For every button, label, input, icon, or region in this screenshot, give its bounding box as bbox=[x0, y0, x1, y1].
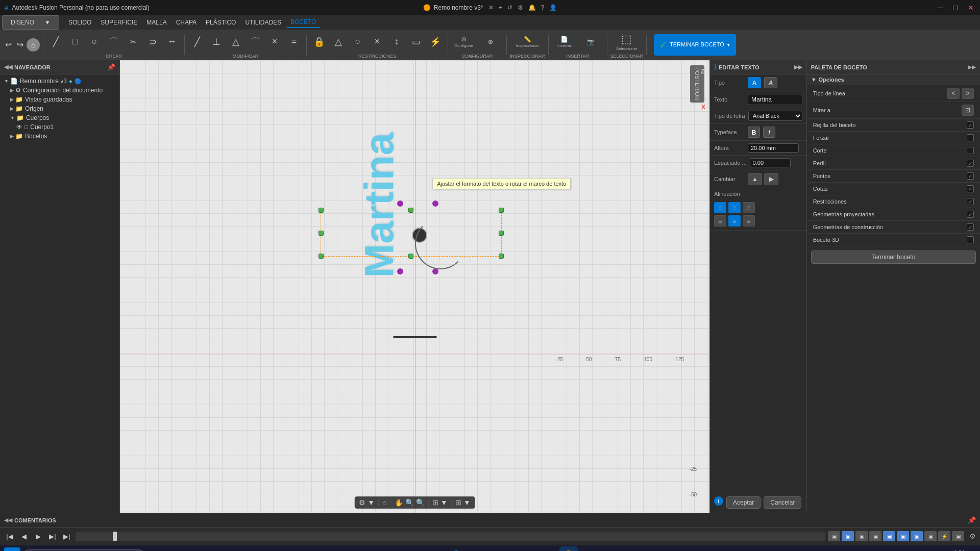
grid-settings-tool[interactable]: ⊙Configurar bbox=[451, 32, 477, 52]
palette-collapse-icon[interactable]: ▶▶ bbox=[968, 64, 976, 70]
taskbar-app-edge[interactable]: 🌐 bbox=[447, 546, 465, 552]
insert-dxf-tool[interactable]: 📄Insertar bbox=[552, 32, 577, 52]
menu-solid[interactable]: SOLIDO bbox=[64, 17, 95, 28]
nav-item-remo[interactable]: ▼ 📄 Remo nombre v3 ● 🔵 bbox=[0, 77, 119, 86]
cancel-button[interactable]: Cancelar bbox=[764, 496, 801, 509]
extend-tool[interactable]: △ bbox=[227, 32, 245, 52]
perfil-checkbox[interactable] bbox=[967, 160, 974, 167]
help-btn[interactable]: ? bbox=[541, 4, 545, 11]
tl-prev-btn[interactable]: ◀ bbox=[18, 531, 30, 542]
line-tool[interactable]: ╱ bbox=[46, 32, 65, 52]
refresh-btn[interactable]: ↺ bbox=[507, 4, 512, 11]
taskbar-app-store[interactable]: 🛍 bbox=[492, 546, 510, 552]
menu-chapa[interactable]: CHAPA bbox=[172, 17, 201, 28]
terminar-boceto-toolbar-btn[interactable]: ✓ TERMINAR BOCETO ▼ bbox=[654, 34, 736, 56]
canvas-hand-btn[interactable]: ✋ bbox=[395, 498, 403, 507]
tl-step-1[interactable]: ▣ bbox=[828, 531, 840, 541]
canvas-grid-btn[interactable]: ▼ bbox=[368, 498, 375, 507]
type-btn-2[interactable]: A bbox=[764, 77, 777, 88]
opciones-section[interactable]: ▼ Opciones bbox=[807, 74, 980, 85]
bold-button[interactable]: B bbox=[748, 127, 760, 138]
height-input[interactable] bbox=[748, 143, 799, 153]
align-mid-left[interactable]: ≡ bbox=[714, 215, 726, 227]
tl-step-4[interactable]: ▣ bbox=[869, 531, 881, 541]
text-display[interactable]: Martina bbox=[356, 133, 403, 278]
geom-proyectadas-checkbox[interactable] bbox=[967, 211, 974, 218]
settings-btn[interactable]: ⚙ bbox=[518, 4, 523, 11]
comments-collapse-icon[interactable]: ◀◀ bbox=[4, 517, 12, 523]
minimize-button[interactable]: ─ bbox=[936, 4, 945, 12]
canvas-area[interactable]: -25 -50 -75 -100 -125 -25 -50 POSTERIOR … bbox=[120, 60, 709, 513]
tl-step-2[interactable]: ▣ bbox=[842, 531, 854, 541]
maximize-button[interactable]: □ bbox=[951, 4, 960, 12]
canvas-home-btn[interactable]: ⌂ bbox=[382, 498, 386, 507]
timeline-marker[interactable] bbox=[113, 532, 117, 541]
tl-start-btn[interactable]: |◀ bbox=[4, 531, 15, 542]
linetype-btn1[interactable]: < bbox=[947, 88, 960, 99]
triangle-tool[interactable]: △ bbox=[329, 32, 348, 52]
cross-tool[interactable]: × bbox=[368, 32, 386, 52]
tl-step-6[interactable]: ▣ bbox=[897, 531, 909, 541]
menu-superficie[interactable]: SUPERFICIE bbox=[96, 17, 141, 28]
nav-item-config[interactable]: ▶ ⚙ Configuración del documento bbox=[6, 86, 119, 95]
accept-button[interactable]: Aceptar bbox=[726, 496, 761, 509]
circle-tool[interactable]: ○ bbox=[85, 32, 104, 52]
nav-item-vistas[interactable]: ▶ 📁 Vistas guardadas bbox=[6, 95, 119, 104]
align-top-right[interactable]: ≡ bbox=[743, 202, 755, 213]
sketch-settings-tool[interactable]: ⊕ bbox=[478, 32, 503, 52]
nav-item-bocetos[interactable]: ▶ 📁 Bocetos bbox=[6, 132, 119, 141]
tl-step-10[interactable]: ▣ bbox=[952, 531, 964, 541]
canvas-zoom-in-btn[interactable]: 🔍 bbox=[405, 498, 414, 507]
font-select[interactable]: Arial Black bbox=[748, 111, 802, 121]
bell-btn[interactable]: 🔔 bbox=[528, 4, 536, 11]
tl-play-btn[interactable]: ▶ bbox=[33, 531, 44, 542]
timeline-track[interactable] bbox=[76, 532, 825, 541]
linetype-btn2[interactable]: > bbox=[962, 88, 974, 99]
offset-tool[interactable]: ⊃ bbox=[143, 32, 162, 52]
change-right-btn[interactable]: ▶ bbox=[764, 173, 778, 185]
menu-boceto[interactable]: BOCETO bbox=[286, 17, 320, 28]
design-dropdown[interactable]: DISEÑO ▼ bbox=[2, 15, 59, 30]
scale-tool[interactable]: × bbox=[265, 32, 284, 52]
terminar-boceto-palette-btn[interactable]: Terminar boceto bbox=[811, 251, 976, 264]
spacing-input[interactable] bbox=[750, 158, 791, 167]
rect-tool[interactable]: □ bbox=[66, 32, 84, 52]
arc-tool[interactable]: ⌒ bbox=[105, 32, 123, 52]
menu-plastico[interactable]: PLÁSTICO bbox=[202, 17, 240, 28]
break-tool[interactable]: ⌒ bbox=[246, 32, 264, 52]
tl-step-5[interactable]: ▣ bbox=[883, 531, 895, 541]
italic-button[interactable]: I bbox=[763, 127, 775, 138]
tl-settings-btn[interactable]: ⚙ bbox=[969, 532, 976, 540]
add-tab-btn[interactable]: + bbox=[499, 4, 502, 11]
canvas-more2-btn[interactable]: ▼ bbox=[463, 498, 471, 507]
tl-step-8[interactable]: ▣ bbox=[924, 531, 937, 541]
flash-tool[interactable]: ⚡ bbox=[426, 32, 445, 52]
nav-item-origen[interactable]: ▶ 📁 Origen bbox=[6, 104, 119, 113]
text-input[interactable] bbox=[748, 94, 802, 105]
taskbar-app-mail[interactable]: ✉ bbox=[514, 546, 533, 552]
panel-collapse-icon[interactable]: ▶▶ bbox=[794, 64, 802, 70]
geom-construccion-checkbox[interactable] bbox=[967, 223, 974, 231]
close-tab-btn[interactable]: ✕ bbox=[488, 4, 494, 11]
taskbar-app-explorer[interactable]: 📁 bbox=[470, 546, 488, 552]
home-button[interactable]: ⌂ bbox=[27, 38, 40, 52]
nav-item-cuerpos[interactable]: ▼ 📁 Cuerpos bbox=[6, 113, 119, 122]
align-mid-center[interactable]: ≡ bbox=[728, 215, 741, 227]
tl-step-3[interactable]: ▣ bbox=[855, 531, 868, 541]
corte-checkbox[interactable] bbox=[967, 147, 974, 154]
cotas-checkbox[interactable] bbox=[967, 185, 974, 192]
lock-tool[interactable]: 🔒 bbox=[310, 32, 328, 52]
taskbar-app-fusion[interactable]: 🟠 bbox=[559, 546, 578, 552]
canvas-grid2-btn[interactable]: ▼ bbox=[440, 498, 448, 507]
menu-utilidades[interactable]: UTILIDADES bbox=[241, 17, 285, 28]
menu-malla[interactable]: MALLA bbox=[142, 17, 170, 28]
rejilla-checkbox[interactable] bbox=[967, 121, 974, 129]
comments-pin-icon[interactable]: 📌 bbox=[968, 516, 976, 524]
close-button[interactable]: ✕ bbox=[966, 4, 976, 12]
search-bar[interactable]: 🔍 Búsqueda bbox=[22, 549, 145, 552]
puntos-checkbox[interactable] bbox=[967, 172, 974, 180]
change-up-btn[interactable]: ▲ bbox=[748, 173, 762, 185]
equal-tool[interactable]: = bbox=[285, 32, 303, 52]
nav-item-cuerpo1[interactable]: 👁 □ Cuerpo1 bbox=[12, 122, 119, 132]
account-btn[interactable]: 👤 bbox=[549, 4, 557, 11]
